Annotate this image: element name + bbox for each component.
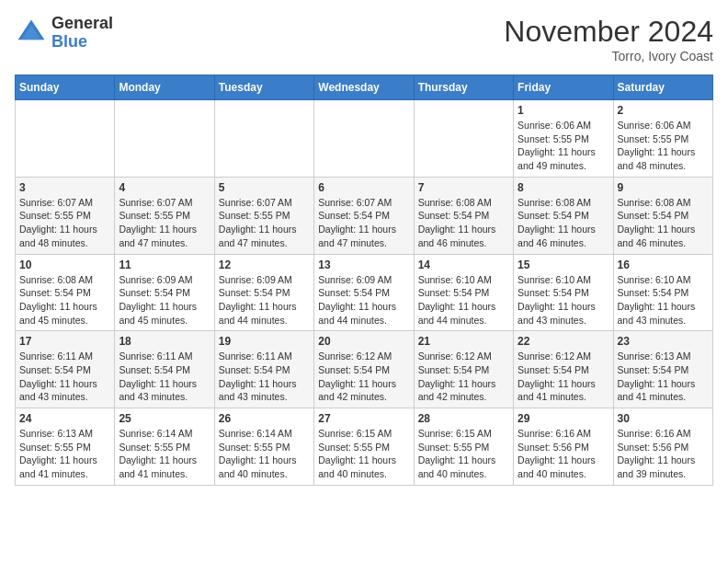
calendar-cell xyxy=(314,100,414,178)
calendar-cell: 26Sunrise: 6:14 AM Sunset: 5:55 PM Dayli… xyxy=(214,408,313,486)
calendar-cell: 7Sunrise: 6:08 AM Sunset: 5:54 PM Daylig… xyxy=(414,177,513,254)
day-number: 5 xyxy=(219,181,310,194)
day-number: 23 xyxy=(618,335,709,348)
day-info: Sunrise: 6:14 AM Sunset: 5:55 PM Dayligh… xyxy=(119,427,210,481)
day-number: 7 xyxy=(418,181,509,194)
day-number: 27 xyxy=(318,412,409,425)
day-info: Sunrise: 6:08 AM Sunset: 5:54 PM Dayligh… xyxy=(518,196,609,250)
calendar-cell: 13Sunrise: 6:09 AM Sunset: 5:54 PM Dayli… xyxy=(314,254,414,331)
day-info: Sunrise: 6:08 AM Sunset: 5:54 PM Dayligh… xyxy=(19,273,110,327)
day-number: 21 xyxy=(418,335,509,348)
calendar-cell xyxy=(115,100,214,178)
calendar-cell: 20Sunrise: 6:12 AM Sunset: 5:54 PM Dayli… xyxy=(314,331,414,408)
day-number: 3 xyxy=(19,181,110,194)
day-info: Sunrise: 6:12 AM Sunset: 5:54 PM Dayligh… xyxy=(518,350,609,404)
calendar-cell: 18Sunrise: 6:11 AM Sunset: 5:54 PM Dayli… xyxy=(115,331,214,408)
day-number: 8 xyxy=(518,181,609,194)
calendar-cell xyxy=(214,100,313,178)
day-info: Sunrise: 6:13 AM Sunset: 5:54 PM Dayligh… xyxy=(618,350,709,404)
calendar-cell: 6Sunrise: 6:07 AM Sunset: 5:54 PM Daylig… xyxy=(314,177,414,254)
day-number: 29 xyxy=(518,412,609,425)
calendar-cell: 16Sunrise: 6:10 AM Sunset: 5:54 PM Dayli… xyxy=(613,254,712,331)
logo-general: General xyxy=(51,14,113,32)
day-info: Sunrise: 6:12 AM Sunset: 5:54 PM Dayligh… xyxy=(418,350,509,404)
day-info: Sunrise: 6:16 AM Sunset: 5:56 PM Dayligh… xyxy=(518,427,609,481)
day-info: Sunrise: 6:10 AM Sunset: 5:54 PM Dayligh… xyxy=(418,273,509,327)
day-info: Sunrise: 6:11 AM Sunset: 5:54 PM Dayligh… xyxy=(19,350,110,404)
calendar-cell: 21Sunrise: 6:12 AM Sunset: 5:54 PM Dayli… xyxy=(414,331,513,408)
month-title: November 2024 xyxy=(504,15,713,49)
day-info: Sunrise: 6:07 AM Sunset: 5:55 PM Dayligh… xyxy=(119,196,210,250)
day-info: Sunrise: 6:10 AM Sunset: 5:54 PM Dayligh… xyxy=(518,273,609,327)
day-number: 15 xyxy=(518,259,609,271)
day-number: 12 xyxy=(219,259,310,271)
day-number: 26 xyxy=(219,412,310,425)
day-number: 13 xyxy=(318,259,409,271)
calendar-cell: 14Sunrise: 6:10 AM Sunset: 5:54 PM Dayli… xyxy=(414,254,513,331)
calendar-cell: 9Sunrise: 6:08 AM Sunset: 5:54 PM Daylig… xyxy=(613,177,712,254)
day-number: 6 xyxy=(318,181,409,194)
day-number: 9 xyxy=(618,181,709,194)
calendar-cell: 1Sunrise: 6:06 AM Sunset: 5:55 PM Daylig… xyxy=(514,100,613,178)
calendar-cell: 22Sunrise: 6:12 AM Sunset: 5:54 PM Dayli… xyxy=(514,331,613,408)
day-info: Sunrise: 6:09 AM Sunset: 5:54 PM Dayligh… xyxy=(119,273,210,327)
day-info: Sunrise: 6:11 AM Sunset: 5:54 PM Dayligh… xyxy=(219,350,310,404)
day-number: 18 xyxy=(119,335,210,348)
day-number: 14 xyxy=(418,259,509,271)
page-header: General Blue November 2024 Torro, Ivory … xyxy=(15,15,713,63)
calendar-cell: 5Sunrise: 6:07 AM Sunset: 5:55 PM Daylig… xyxy=(214,177,313,254)
day-number: 16 xyxy=(618,259,709,271)
calendar-cell: 4Sunrise: 6:07 AM Sunset: 5:55 PM Daylig… xyxy=(115,177,214,254)
day-info: Sunrise: 6:09 AM Sunset: 5:54 PM Dayligh… xyxy=(219,273,310,327)
calendar-cell: 2Sunrise: 6:06 AM Sunset: 5:55 PM Daylig… xyxy=(613,100,712,178)
day-info: Sunrise: 6:15 AM Sunset: 5:55 PM Dayligh… xyxy=(418,427,509,481)
day-info: Sunrise: 6:15 AM Sunset: 5:55 PM Dayligh… xyxy=(318,427,409,481)
day-info: Sunrise: 6:07 AM Sunset: 5:54 PM Dayligh… xyxy=(318,196,409,250)
day-info: Sunrise: 6:08 AM Sunset: 5:54 PM Dayligh… xyxy=(418,196,509,250)
calendar-table: SundayMondayTuesdayWednesdayThursdayFrid… xyxy=(15,75,713,486)
day-info: Sunrise: 6:13 AM Sunset: 5:55 PM Dayligh… xyxy=(19,427,110,481)
day-info: Sunrise: 6:11 AM Sunset: 5:54 PM Dayligh… xyxy=(119,350,210,404)
calendar-cell: 19Sunrise: 6:11 AM Sunset: 5:54 PM Dayli… xyxy=(214,331,313,408)
day-info: Sunrise: 6:14 AM Sunset: 5:55 PM Dayligh… xyxy=(219,427,310,481)
calendar-cell xyxy=(16,100,115,178)
calendar-cell: 24Sunrise: 6:13 AM Sunset: 5:55 PM Dayli… xyxy=(16,408,115,486)
weekday-header: Friday xyxy=(514,75,613,100)
day-info: Sunrise: 6:06 AM Sunset: 5:55 PM Dayligh… xyxy=(518,119,609,173)
day-info: Sunrise: 6:10 AM Sunset: 5:54 PM Dayligh… xyxy=(618,273,709,327)
weekday-header: Sunday xyxy=(16,75,115,100)
day-info: Sunrise: 6:06 AM Sunset: 5:55 PM Dayligh… xyxy=(618,119,709,173)
logo: General Blue xyxy=(15,15,113,52)
calendar-cell: 28Sunrise: 6:15 AM Sunset: 5:55 PM Dayli… xyxy=(414,408,513,486)
day-number: 24 xyxy=(19,412,110,425)
logo-text: General Blue xyxy=(51,15,113,52)
day-info: Sunrise: 6:09 AM Sunset: 5:54 PM Dayligh… xyxy=(318,273,409,327)
calendar-cell: 25Sunrise: 6:14 AM Sunset: 5:55 PM Dayli… xyxy=(115,408,214,486)
day-number: 30 xyxy=(618,412,709,425)
calendar-cell: 23Sunrise: 6:13 AM Sunset: 5:54 PM Dayli… xyxy=(613,331,712,408)
calendar-cell: 11Sunrise: 6:09 AM Sunset: 5:54 PM Dayli… xyxy=(115,254,214,331)
calendar-cell xyxy=(414,100,513,178)
calendar-cell: 27Sunrise: 6:15 AM Sunset: 5:55 PM Dayli… xyxy=(314,408,414,486)
logo-icon xyxy=(15,17,48,50)
day-number: 25 xyxy=(119,412,210,425)
calendar-cell: 15Sunrise: 6:10 AM Sunset: 5:54 PM Dayli… xyxy=(514,254,613,331)
day-number: 1 xyxy=(518,104,609,117)
calendar-cell: 10Sunrise: 6:08 AM Sunset: 5:54 PM Dayli… xyxy=(16,254,115,331)
day-info: Sunrise: 6:12 AM Sunset: 5:54 PM Dayligh… xyxy=(318,350,409,404)
day-number: 4 xyxy=(119,181,210,194)
weekday-header: Thursday xyxy=(414,75,513,100)
day-number: 19 xyxy=(219,335,310,348)
day-info: Sunrise: 6:08 AM Sunset: 5:54 PM Dayligh… xyxy=(618,196,709,250)
weekday-header: Monday xyxy=(115,75,214,100)
calendar-cell: 12Sunrise: 6:09 AM Sunset: 5:54 PM Dayli… xyxy=(214,254,313,331)
day-info: Sunrise: 6:07 AM Sunset: 5:55 PM Dayligh… xyxy=(219,196,310,250)
location: Torro, Ivory Coast xyxy=(504,49,713,63)
day-number: 20 xyxy=(318,335,409,348)
day-info: Sunrise: 6:07 AM Sunset: 5:55 PM Dayligh… xyxy=(19,196,110,250)
weekday-header: Tuesday xyxy=(214,75,313,100)
day-number: 11 xyxy=(119,259,210,271)
calendar-cell: 30Sunrise: 6:16 AM Sunset: 5:56 PM Dayli… xyxy=(613,408,712,486)
day-number: 10 xyxy=(19,259,110,271)
weekday-header: Saturday xyxy=(613,75,712,100)
